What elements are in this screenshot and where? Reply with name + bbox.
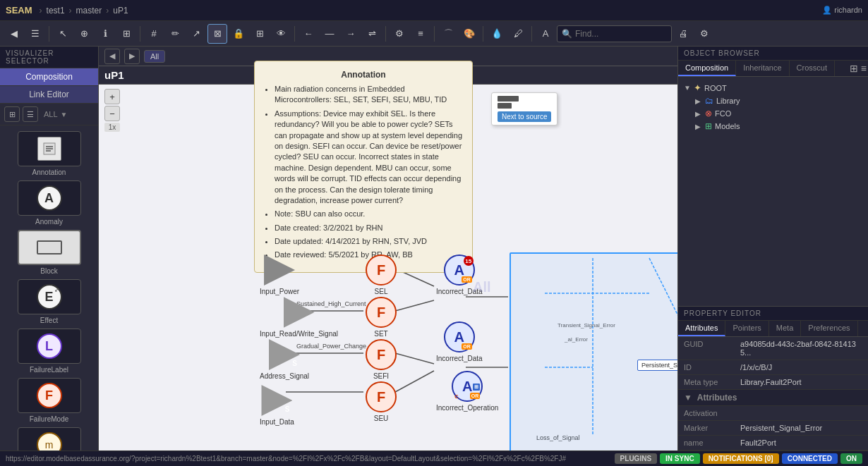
breadcrumb-up1[interactable]: uP1 bbox=[113, 6, 128, 16]
effect-icon-block[interactable]: E ⤢ Effect bbox=[3, 279, 95, 324]
minus-button[interactable]: — bbox=[320, 24, 339, 44]
tab-inheritance[interactable]: Inheritance bbox=[736, 61, 789, 76]
nav-sep-1: › bbox=[40, 6, 42, 16]
prop-row-marker: Marker Persistent_Signal_Error bbox=[678, 421, 868, 436]
node-set[interactable]: F SET bbox=[366, 297, 397, 338]
draw-button[interactable]: ✏ bbox=[165, 24, 185, 44]
info-button[interactable]: ℹ bbox=[95, 24, 115, 44]
failuremode-icon-block[interactable]: F FailureMode bbox=[3, 378, 95, 423]
node-sel[interactable]: F SEL bbox=[366, 255, 397, 295]
on-button[interactable]: ON bbox=[840, 453, 862, 464]
failurelabel-icon-block[interactable]: L FailureLabel bbox=[3, 329, 95, 374]
prop-row-metatype: Meta type Library.Fault2Port bbox=[678, 375, 868, 390]
tree-collapse-button[interactable]: ≡ bbox=[860, 61, 868, 75]
print-button[interactable]: 🖨 bbox=[673, 24, 693, 44]
plugins-button[interactable]: PLUGINS bbox=[615, 453, 657, 464]
tree-children-root: ▶ 🗂 Library ▶ ⊗ FCO ▶ ⊞ Models bbox=[684, 94, 862, 133]
seu-label: SEU bbox=[374, 415, 389, 422]
curve-button[interactable]: ⌒ bbox=[438, 24, 458, 44]
hashtag-button[interactable]: # bbox=[144, 24, 164, 44]
node-sefi[interactable]: F SEFI bbox=[366, 339, 397, 380]
insync-button[interactable]: IN SYNC bbox=[660, 453, 700, 464]
annotation-icon bbox=[37, 137, 61, 161]
arrow-left-button[interactable]: ← bbox=[299, 24, 318, 44]
menu-button[interactable]: ☰ bbox=[25, 24, 45, 44]
annotation-icon-block[interactable]: Annotation bbox=[3, 131, 95, 176]
tree-label-fco: FCO bbox=[715, 109, 731, 118]
tree-item-library[interactable]: ▶ 🗂 Library bbox=[695, 94, 862, 107]
property-editor: PROPERTY EDITOR Attributes Pointers Meta… bbox=[678, 306, 868, 450]
paint-button[interactable]: 🎨 bbox=[459, 24, 479, 44]
cursor-button[interactable]: ↖ bbox=[53, 24, 73, 44]
node-incorrect-data-2[interactable]: A OR Incorrect_Data bbox=[436, 321, 483, 362]
search-icon: 🔍 bbox=[562, 29, 572, 39]
annotation-box: Annotation Main radiation concerns in Em… bbox=[254, 61, 473, 273]
tree-item-models[interactable]: ▶ ⊞ Models bbox=[695, 120, 862, 133]
prop-tab-meta[interactable]: Meta bbox=[769, 321, 801, 336]
find-input[interactable] bbox=[575, 29, 667, 39]
breadcrumb-master[interactable]: master bbox=[76, 6, 102, 16]
connect-button[interactable]: ↗ bbox=[186, 24, 206, 44]
filter-button[interactable]: ≡ bbox=[411, 24, 430, 44]
add-button[interactable]: ⊕ bbox=[74, 24, 94, 44]
node-seu[interactable]: F SEU bbox=[366, 381, 397, 422]
breadcrumb-test1[interactable]: test1 bbox=[47, 6, 65, 16]
select-button[interactable]: ⊠ bbox=[207, 24, 227, 44]
zoom-out-button[interactable]: − bbox=[104, 106, 120, 121]
node-input-data[interactable]: S Input_Data bbox=[260, 385, 294, 426]
eye-button[interactable]: 👁 bbox=[271, 24, 291, 44]
node-address-signal[interactable]: S Address_Signal bbox=[260, 339, 309, 380]
text-button[interactable]: A bbox=[536, 24, 555, 44]
composition-button[interactable]: Composition bbox=[0, 68, 98, 86]
canvas-area[interactable]: ◀ ▶ All uP1 + − 1x Next to source bbox=[99, 47, 677, 450]
link-editor-button[interactable]: Link Editor bbox=[0, 86, 98, 104]
next-to-source-button[interactable]: Next to source bbox=[498, 111, 551, 122]
node-input-power[interactable]: Input_Power bbox=[260, 255, 299, 295]
grid-view-button[interactable]: ⊞ bbox=[4, 106, 20, 122]
tree-expand-button[interactable]: ⊞ bbox=[848, 61, 860, 75]
anomaly-icon-block[interactable]: A Anomaly bbox=[3, 180, 95, 226]
arrow-right-button[interactable]: → bbox=[341, 24, 361, 44]
toolbar-sep-2 bbox=[140, 26, 140, 42]
settings2-button[interactable]: ⚙ bbox=[694, 24, 714, 44]
zoom-in-button[interactable]: + bbox=[104, 89, 120, 104]
eyedropper-button[interactable]: 🖊 bbox=[508, 24, 528, 44]
prop-tab-attributes[interactable]: Attributes bbox=[678, 321, 725, 336]
root-star-icon: ✦ bbox=[694, 82, 701, 93]
materialport-icon-block[interactable]: m MaterialPort bbox=[3, 427, 95, 450]
split-button[interactable]: ⇌ bbox=[362, 24, 382, 44]
notifications-button[interactable]: NOTIFICATIONS [0] bbox=[703, 453, 779, 464]
tab-crosscut[interactable]: Crosscut bbox=[790, 61, 835, 76]
canvas-tab-all[interactable]: All bbox=[144, 50, 165, 63]
settings-button[interactable]: ⚙ bbox=[390, 24, 409, 44]
visualizer-selector-title: VISUALIZER SELECTOR bbox=[0, 47, 98, 68]
drop-button[interactable]: 💧 bbox=[487, 24, 507, 44]
canvas-nav-left[interactable]: ◀ bbox=[104, 49, 120, 64]
node-input-rw[interactable]: S Input_Read/Write_Signal bbox=[260, 297, 338, 338]
tab-composition[interactable]: Composition bbox=[678, 61, 736, 76]
set-icon: F bbox=[366, 297, 397, 328]
block-icon-block[interactable]: Block bbox=[3, 230, 95, 275]
object-browser-tabs: Composition Inheritance Crosscut ⊞ ≡ bbox=[678, 61, 868, 77]
input-rw-label: Input_Read/Write_Signal bbox=[260, 330, 338, 338]
prop-metatype-value[interactable]: Library.Fault2Port bbox=[735, 375, 868, 390]
back-button[interactable]: ◀ bbox=[4, 24, 24, 44]
lock-button[interactable]: 🔒 bbox=[229, 24, 248, 44]
connected-button[interactable]: CONNECTED bbox=[782, 453, 838, 464]
sel-icon: F bbox=[366, 255, 397, 286]
tree-item-root[interactable]: ▼ ✦ ROOT bbox=[684, 81, 862, 94]
attributes-section-header[interactable]: ▼ Attributes bbox=[678, 390, 868, 406]
node-incorrect-operation[interactable]: A OR ⊞ C Incorrect_Operation bbox=[436, 371, 498, 412]
sefi-icon: F bbox=[366, 339, 397, 370]
incorrect-operation-icon: A OR ⊞ C bbox=[452, 371, 483, 402]
list-view-button[interactable]: ☰ bbox=[23, 106, 38, 122]
tree-item-fco[interactable]: ▶ ⊗ FCO bbox=[695, 107, 862, 120]
layout-button[interactable]: ⊞ bbox=[116, 24, 136, 44]
plus-button[interactable]: ⊞ bbox=[250, 24, 270, 44]
canvas-nav-right[interactable]: ▶ bbox=[124, 49, 140, 64]
prop-tab-pointers[interactable]: Pointers bbox=[725, 321, 768, 336]
tooltip-line-1 bbox=[498, 96, 519, 102]
prop-row-activation: Activation bbox=[678, 406, 868, 421]
prop-tab-preferences[interactable]: Preferences bbox=[801, 321, 857, 336]
prop-row-id: ID /1/x/c/B/J bbox=[678, 360, 868, 375]
